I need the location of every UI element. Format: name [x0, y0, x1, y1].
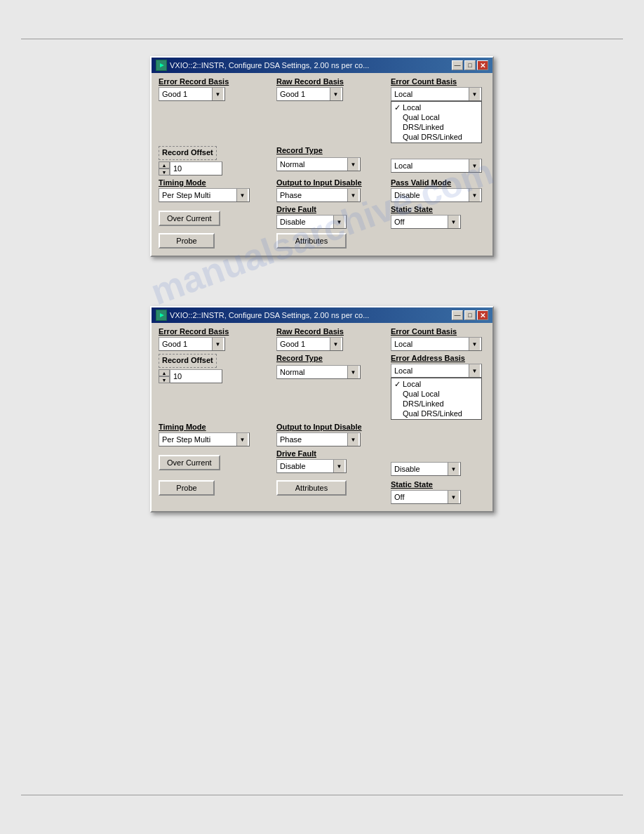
- raw-record-basis-col-1: Raw Record Basis Good 1 ▼: [276, 77, 385, 143]
- menu-item-qual-drs-linked-1[interactable]: Qual DRS/Linked: [391, 132, 481, 142]
- output-to-input-arrow-2[interactable]: ▼: [347, 433, 358, 446]
- static-state-arrow-2[interactable]: ▼: [448, 491, 459, 503]
- menu-item-local-2[interactable]: Local: [391, 379, 481, 389]
- menu-item-qual-local-2[interactable]: Qual Local: [391, 389, 481, 399]
- timing-mode-arrow-1[interactable]: ▼: [236, 189, 248, 201]
- error-record-basis-arrow-2[interactable]: ▼: [212, 338, 223, 350]
- window-2: ▶ VXIO::2::INSTR, Configure DSA Settings…: [150, 306, 494, 512]
- pass-valid-mode-dropdown-1[interactable]: Disable ▼: [391, 188, 482, 202]
- over-current-button-2[interactable]: Over Current: [159, 455, 220, 470]
- probe-col-1: Probe: [159, 233, 271, 249]
- drive-fault-arrow-2[interactable]: ▼: [333, 460, 344, 472]
- menu-item-qual-local-1[interactable]: Qual Local: [391, 112, 481, 122]
- error-address-basis-dropdown-2[interactable]: Local ▼: [391, 364, 482, 378]
- raw-record-basis-arrow-2[interactable]: ▼: [330, 338, 341, 350]
- error-record-basis-value-1: Good 1: [161, 90, 212, 98]
- error-count-basis-arrow-1[interactable]: ▼: [469, 88, 480, 100]
- static-state-dropdown-2[interactable]: Off ▼: [391, 490, 461, 504]
- raw-record-basis-dropdown-2[interactable]: Good 1 ▼: [276, 337, 343, 351]
- error-count-local-dropdown-1[interactable]: Local ▼: [391, 159, 482, 173]
- record-type-dropdown-2[interactable]: Normal ▼: [276, 365, 361, 379]
- probe-button-1[interactable]: Probe: [159, 233, 215, 249]
- spin-buttons-2[interactable]: ▲ ▼: [159, 369, 170, 383]
- error-count-basis-dropdown-1[interactable]: Local ▼: [391, 87, 482, 101]
- attributes-col-1: Attributes: [276, 233, 385, 249]
- menu-item-qual-drs-linked-2[interactable]: Qual DRS/Linked: [391, 409, 481, 418]
- spin-buttons-1[interactable]: ▲ ▼: [159, 161, 170, 176]
- static-state-dropdown-1[interactable]: Off ▼: [391, 215, 461, 229]
- attributes-col-2: Attributes: [276, 480, 385, 504]
- probe-button-2[interactable]: Probe: [159, 480, 215, 496]
- error-count-local-arrow-1[interactable]: ▼: [469, 159, 480, 172]
- pass-valid-mode-value-1: Disable: [393, 191, 469, 199]
- raw-record-basis-arrow-1[interactable]: ▼: [330, 88, 341, 100]
- spin-down-2[interactable]: ▼: [159, 376, 170, 383]
- timing-mode-value-2: Per Step Multi: [161, 435, 236, 444]
- error-record-basis-col-1: Error Record Basis Good 1 ▼: [159, 77, 271, 143]
- output-to-input-label-1: Output to Input Disable: [276, 178, 362, 187]
- pass-valid-mode-label-1: Pass Valid Mode: [391, 178, 451, 187]
- attributes-button-2[interactable]: Attributes: [276, 480, 347, 496]
- pass-valid-mode-arrow-1[interactable]: ▼: [469, 189, 480, 201]
- raw-record-basis-dropdown-1[interactable]: Good 1 ▼: [276, 87, 343, 101]
- output-to-input-dropdown-2[interactable]: Phase ▼: [276, 432, 361, 446]
- error-count-basis-menu-1: Local Qual Local DRS/Linked Qual DRS/Lin…: [391, 101, 482, 143]
- menu-item-local-1[interactable]: Local: [391, 102, 481, 112]
- record-type-dropdown-1[interactable]: Normal ▼: [276, 157, 361, 171]
- window-title-1: VXIO::2::INSTR, Configure DSA Settings, …: [170, 61, 369, 70]
- over-current-col-2: Over Current: [159, 449, 271, 476]
- drive-fault-value-1: Disable: [279, 218, 333, 226]
- static-state-arrow-1[interactable]: ▼: [448, 216, 459, 228]
- record-offset-value-1[interactable]: 10: [170, 161, 222, 176]
- drive-fault-dropdown-2[interactable]: Disable ▼: [276, 459, 347, 473]
- error-count-basis-arrow-2[interactable]: ▼: [469, 338, 480, 350]
- error-count-local-value-1: Local: [393, 161, 469, 170]
- titlebar-buttons-2: — □ ✕: [452, 310, 488, 320]
- record-type-label-1: Record Type: [276, 146, 323, 154]
- error-record-basis-arrow-1[interactable]: ▼: [212, 88, 223, 100]
- timing-mode-value-1: Per Step Multi: [161, 191, 236, 199]
- close-button-2[interactable]: ✕: [477, 310, 488, 320]
- titlebar-buttons-1: — □ ✕: [452, 60, 488, 70]
- minimize-button-2[interactable]: —: [452, 310, 463, 320]
- drive-fault-dropdown-1[interactable]: Disable ▼: [276, 215, 347, 229]
- menu-item-drs-linked-1[interactable]: DRS/Linked: [391, 122, 481, 132]
- output-to-input-dropdown-1[interactable]: Phase ▼: [276, 188, 361, 202]
- disable-dropdown-arrow-2[interactable]: ▼: [448, 463, 459, 475]
- maximize-button-1[interactable]: □: [464, 60, 476, 70]
- titlebar-1: ▶ VXIO::2::INSTR, Configure DSA Settings…: [152, 58, 492, 73]
- timing-mode-dropdown-2[interactable]: Per Step Multi ▼: [159, 432, 250, 446]
- attributes-button-1[interactable]: Attributes: [276, 233, 347, 249]
- record-offset-input-2[interactable]: ▲ ▼ 10: [159, 369, 222, 383]
- error-address-basis-menu-2: Local Qual Local DRS/Linked Qual DRS/Lin…: [391, 378, 482, 420]
- error-address-basis-arrow-2[interactable]: ▼: [469, 364, 480, 377]
- disable-dropdown-2[interactable]: Disable ▼: [391, 462, 461, 476]
- record-offset-input-1[interactable]: ▲ ▼ 10: [159, 161, 222, 176]
- error-count-basis-dropdown-2[interactable]: Local ▼: [391, 337, 482, 351]
- menu-item-drs-linked-2[interactable]: DRS/Linked: [391, 399, 481, 409]
- spin-up-1[interactable]: ▲: [159, 161, 170, 168]
- timing-mode-arrow-2[interactable]: ▼: [236, 433, 248, 446]
- error-record-basis-dropdown-1[interactable]: Good 1 ▼: [159, 87, 225, 101]
- output-to-input-value-1: Phase: [279, 191, 347, 199]
- record-type-arrow-1[interactable]: ▼: [347, 158, 358, 171]
- output-to-input-arrow-1[interactable]: ▼: [347, 189, 358, 201]
- close-button-1[interactable]: ✕: [477, 60, 488, 70]
- maximize-button-2[interactable]: □: [464, 310, 476, 320]
- error-count-basis-label-2: Error Count Basis: [391, 327, 457, 336]
- spin-down-1[interactable]: ▼: [159, 168, 170, 176]
- error-record-basis-dropdown-2[interactable]: Good 1 ▼: [159, 337, 225, 351]
- over-current-button-1[interactable]: Over Current: [159, 211, 220, 226]
- static-state-label-2: Static State: [391, 480, 433, 489]
- output-to-input-label-2: Output to Input Disable: [276, 423, 362, 431]
- timing-mode-dropdown-1[interactable]: Per Step Multi ▼: [159, 188, 250, 202]
- raw-record-basis-value-2: Good 1: [279, 340, 330, 348]
- static-state-value-2: Off: [393, 493, 448, 501]
- record-type-col-1: Record Type Normal ▼: [276, 146, 385, 176]
- record-type-arrow-2[interactable]: ▼: [347, 366, 358, 378]
- record-offset-value-2[interactable]: 10: [170, 369, 222, 383]
- drive-fault-label-1: Drive Fault: [276, 205, 316, 213]
- minimize-button-1[interactable]: —: [452, 60, 463, 70]
- spin-up-2[interactable]: ▲: [159, 369, 170, 376]
- drive-fault-arrow-1[interactable]: ▼: [333, 216, 344, 228]
